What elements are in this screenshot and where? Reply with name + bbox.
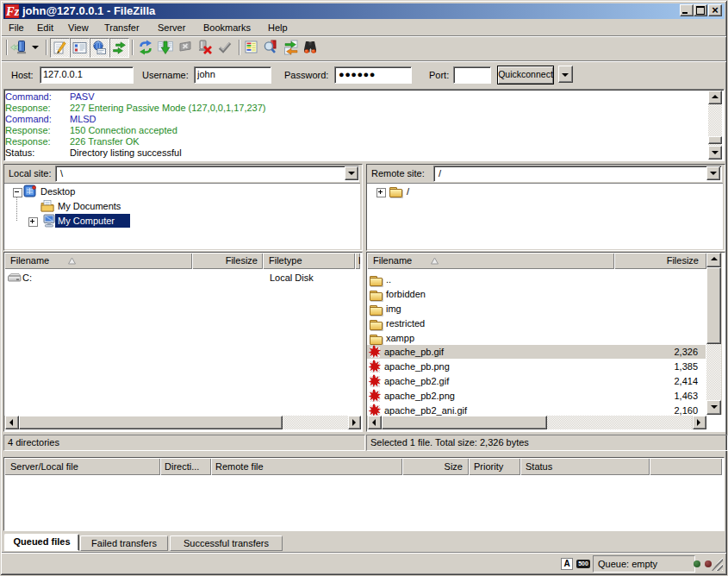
- svg-text:Fz: Fz: [5, 4, 19, 18]
